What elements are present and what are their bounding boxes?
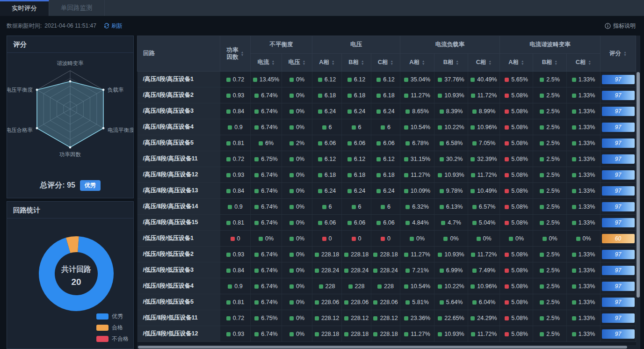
table-row: /高压/Ⅱ段/高压设备110.726.75%0%6.126.126.1231.1… [137, 151, 636, 167]
metric-cell: 6.06 [342, 135, 371, 151]
score-badge[interactable]: 97 [602, 107, 635, 116]
circuit-name-cell[interactable]: /高压/Ⅰ段/高压设备2 [137, 87, 220, 103]
sort-carets[interactable]: ▲▼ [456, 60, 459, 65]
score-badge[interactable]: 97 [602, 282, 635, 291]
col-subheader-3-0[interactable]: A相▲▼ [500, 54, 533, 72]
vertical-scrollbar-thumb[interactable] [637, 72, 640, 298]
col-subheader-1-2[interactable]: C相▲▼ [371, 54, 400, 72]
tab-single-circuit[interactable]: 单回路监测 [49, 0, 105, 16]
score-badge[interactable]: 97 [602, 329, 635, 339]
score-badge[interactable]: 97 [602, 138, 635, 148]
legend-item-1[interactable]: 合格 [96, 324, 129, 332]
metric-cell: 6.74% [251, 119, 282, 135]
status-indicator [540, 253, 544, 257]
legend-item-2[interactable]: 不合格 [96, 335, 129, 343]
circuit-name-cell[interactable]: /高压/Ⅰ段/高压设备4 [137, 119, 220, 135]
status-indicator [505, 109, 509, 114]
sort-carets[interactable]: ▲▼ [623, 51, 627, 57]
sort-carets[interactable]: ▲▼ [488, 60, 492, 65]
col-subheader-2-0[interactable]: A相▲▼ [400, 54, 434, 72]
circuit-name-cell[interactable]: /低压/Ⅰ段/低压设备1 [137, 231, 220, 247]
score-badge[interactable]: 97 [602, 250, 635, 259]
sort-carets[interactable]: ▲▼ [554, 60, 557, 65]
metric-cell: 10.93% [434, 87, 468, 103]
metric-cell: 6.99% [434, 262, 468, 278]
status-indicator [352, 237, 356, 241]
sort-carets[interactable]: ▲▼ [390, 60, 393, 65]
metric-cell: 2.5% [533, 151, 567, 167]
metric-cell: 2.5% [533, 167, 567, 183]
score-badge[interactable]: 97 [602, 75, 635, 84]
metric-cell: 228.12 [371, 310, 400, 326]
metric-cell: 5.64% [434, 294, 468, 310]
status-indicator [318, 189, 322, 193]
circuit-name-cell[interactable]: /低压/Ⅱ段/低压设备11 [137, 310, 220, 326]
indicator-help-link[interactable]: 指标说明 [605, 22, 636, 30]
sort-carets[interactable]: ▲▼ [303, 60, 306, 65]
col-header-score[interactable]: 评分▲▼ [601, 36, 636, 72]
score-badge[interactable]: 97 [602, 298, 635, 307]
metric-cell: 5.81% [400, 294, 434, 310]
circuit-name-cell[interactable]: /低压/Ⅰ段/低压设备2 [137, 247, 220, 262]
metric-cell: 11.27% [400, 326, 434, 342]
col-subheader-0-1[interactable]: 电压▲▼ [282, 54, 312, 72]
col-subheader-2-1[interactable]: B相▲▼ [434, 54, 468, 72]
circuit-name-cell[interactable]: /高压/Ⅱ段/高压设备12 [137, 167, 220, 183]
tab-realtime-score[interactable]: 实时评分 [0, 0, 49, 16]
sort-carets[interactable]: ▲▼ [588, 60, 591, 65]
score-badge[interactable]: 97 [602, 154, 635, 164]
sort-carets[interactable]: ▲▼ [332, 60, 335, 65]
col-header-power-factor[interactable]: 功率因数▲▼ [220, 36, 251, 72]
circuit-name-cell[interactable]: /高压/Ⅰ段/高压设备3 [137, 103, 220, 119]
col-group-0: 不平衡度 [251, 36, 312, 54]
col-subheader-3-2[interactable]: C相▲▼ [567, 54, 601, 72]
metric-cell: 5.08% [500, 103, 533, 119]
score-badge[interactable]: 97 [602, 186, 635, 196]
circuit-name-cell[interactable]: /低压/Ⅰ段/低压设备5 [137, 294, 220, 310]
metric-cell: 6.12 [312, 72, 342, 87]
circuit-name-cell[interactable]: /低压/Ⅰ段/低压设备4 [137, 278, 220, 294]
circuit-name-cell[interactable]: /高压/Ⅱ段/高压设备13 [137, 183, 220, 199]
score-cell: 97 [601, 167, 636, 183]
score-badge[interactable]: 97 [602, 218, 635, 227]
legend-swatch [96, 336, 109, 342]
status-indicator [471, 173, 475, 177]
horizontal-scrollbar[interactable] [137, 345, 636, 349]
legend-item-0[interactable]: 优秀 [96, 313, 129, 320]
sort-carets[interactable]: ▲▼ [422, 60, 425, 65]
metric-cell: 6.74% [251, 294, 282, 310]
circuit-name-cell[interactable]: /低压/Ⅱ段/低压设备12 [137, 326, 220, 342]
sort-carets[interactable]: ▲▼ [272, 60, 275, 65]
vertical-scrollbar[interactable] [636, 36, 640, 349]
circuit-name-cell[interactable]: /高压/Ⅰ段/高压设备1 [137, 72, 220, 87]
status-indicator [347, 221, 352, 225]
circuit-name-cell[interactable]: /高压/Ⅱ段/高压设备11 [137, 151, 220, 167]
col-subheader-1-1[interactable]: B相▲▼ [342, 54, 371, 72]
grade-badge[interactable]: 优秀 [80, 180, 101, 191]
score-badge[interactable]: 97 [602, 313, 635, 323]
sort-carets[interactable]: ▲▼ [241, 51, 244, 57]
horizontal-scrollbar-thumb[interactable] [138, 346, 627, 349]
circuit-name-cell[interactable]: /高压/Ⅱ段/高压设备15 [137, 215, 220, 231]
col-subheader-1-0[interactable]: A相▲▼ [312, 54, 342, 72]
circuit-name-cell[interactable]: /低压/Ⅰ段/低压设备3 [137, 262, 220, 278]
score-badge[interactable]: 97 [602, 202, 635, 211]
score-badge[interactable]: 60 [602, 234, 635, 243]
score-badge[interactable]: 97 [602, 170, 635, 180]
sort-carets[interactable]: ▲▼ [521, 60, 524, 65]
col-subheader-3-1[interactable]: B相▲▼ [533, 54, 567, 72]
status-indicator [540, 221, 544, 225]
score-badge[interactable]: 97 [602, 91, 635, 100]
circuit-name-cell[interactable]: /高压/Ⅱ段/高压设备14 [137, 199, 220, 215]
status-indicator [344, 332, 348, 336]
sort-carets[interactable]: ▲▼ [361, 60, 364, 65]
status-indicator [405, 300, 410, 305]
col-subheader-2-2[interactable]: C相▲▼ [468, 54, 500, 72]
score-badge[interactable]: 97 [602, 123, 635, 132]
col-subheader-0-0[interactable]: 电流▲▼ [251, 54, 282, 72]
score-badge[interactable]: 97 [602, 266, 635, 275]
metric-cell: 228 [312, 278, 342, 294]
refresh-button[interactable]: 刷新 [104, 22, 123, 30]
metric-cell: 0% [282, 199, 312, 215]
circuit-name-cell[interactable]: /高压/Ⅰ段/高压设备5 [137, 135, 220, 151]
